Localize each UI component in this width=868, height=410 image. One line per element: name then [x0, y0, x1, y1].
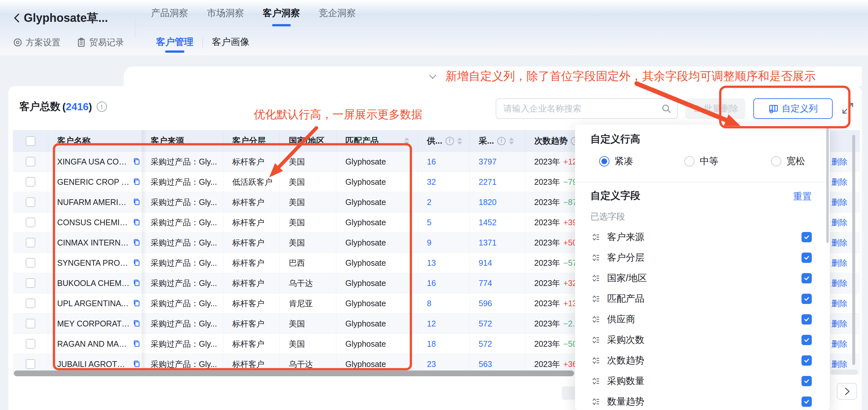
suppliers-count-link[interactable]: 18	[418, 334, 470, 354]
drag-handle-icon[interactable]	[590, 232, 600, 242]
tab-customer-profile[interactable]: 客户画像	[212, 31, 249, 53]
row-checkbox[interactable]	[26, 177, 35, 187]
copy-icon[interactable]	[132, 218, 141, 227]
reset-link[interactable]: 重置	[793, 190, 812, 203]
field-checkbox[interactable]	[802, 232, 812, 242]
row-checkbox[interactable]	[26, 217, 35, 227]
purchases-count-link[interactable]: 774	[470, 273, 525, 293]
field-checkbox[interactable]	[802, 273, 812, 284]
fullscreen-icon[interactable]	[840, 101, 855, 116]
delete-link[interactable]: 删除	[831, 278, 847, 289]
tab-market-insight[interactable]: 市场洞察	[206, 0, 245, 26]
drag-handle-icon[interactable]	[590, 273, 600, 283]
purchases-count-link[interactable]: 1452	[470, 212, 525, 232]
copy-icon[interactable]	[132, 258, 141, 267]
back-icon[interactable]	[12, 12, 22, 24]
copy-icon[interactable]	[132, 177, 141, 186]
customer-name[interactable]: GENERIC CROP SCI	[57, 177, 130, 187]
row-checkbox[interactable]	[26, 278, 35, 288]
customer-name[interactable]: JUBAILI AGROTEC LI	[57, 359, 130, 369]
panel-scrollbar[interactable]	[826, 127, 829, 243]
suppliers-count-link[interactable]: 12	[418, 314, 470, 333]
purchases-count-link[interactable]: 1820	[470, 192, 525, 212]
radio-loose[interactable]: 宽松	[771, 155, 805, 168]
batch-delete-button[interactable]: 批量删除	[685, 98, 745, 119]
copy-icon[interactable]	[132, 279, 141, 288]
tab-competitor-insight[interactable]: 竞企洞察	[317, 0, 357, 26]
suppliers-count-link[interactable]: 9	[418, 233, 470, 253]
delete-link[interactable]: 删除	[831, 237, 847, 248]
customer-name[interactable]: RAGAN AND MASSE	[57, 339, 130, 349]
purchases-count-link[interactable]: 596	[470, 293, 525, 313]
row-checkbox[interactable]	[26, 197, 35, 207]
delete-link[interactable]: 删除	[831, 339, 847, 349]
delete-link[interactable]: 删除	[831, 197, 847, 208]
delete-link[interactable]: 删除	[831, 318, 847, 329]
collapse-chevron-icon[interactable]	[428, 73, 437, 81]
delete-link[interactable]: 删除	[831, 217, 847, 228]
drag-handle-icon[interactable]	[590, 376, 600, 386]
tab-customer-insight[interactable]: 客户洞察	[261, 0, 301, 26]
field-checkbox[interactable]	[802, 397, 812, 407]
delete-link[interactable]: 删除	[831, 359, 847, 370]
purchases-count-link[interactable]: 1371	[470, 233, 525, 253]
row-checkbox[interactable]	[26, 258, 35, 268]
row-checkbox[interactable]	[26, 157, 35, 167]
trade-records-button[interactable]: 贸易记录	[76, 37, 124, 48]
row-checkbox[interactable]	[26, 298, 35, 308]
customer-name[interactable]: UPL ARGENTINA S.	[57, 299, 130, 308]
drag-handle-icon[interactable]	[590, 315, 600, 324]
delete-link[interactable]: 删除	[831, 156, 847, 167]
suppliers-count-link[interactable]: 2	[418, 192, 470, 212]
suppliers-count-link[interactable]: 16	[418, 152, 470, 172]
row-checkbox[interactable]	[26, 339, 35, 349]
sort-carets-icon[interactable]	[509, 138, 514, 145]
suppliers-count-link[interactable]: 13	[418, 253, 470, 273]
customer-name[interactable]: BUKOOLA CHEMICA	[57, 279, 130, 288]
customer-name[interactable]: XINGFA USA CORPO	[57, 157, 130, 167]
copy-icon[interactable]	[132, 339, 141, 348]
row-checkbox[interactable]	[26, 319, 35, 328]
vertical-scrollbar[interactable]	[852, 135, 855, 365]
delete-link[interactable]: 删除	[831, 177, 847, 187]
suppliers-count-link[interactable]: 16	[418, 273, 470, 293]
customer-name[interactable]: CINMAX INTERNATIO	[57, 238, 130, 247]
field-checkbox[interactable]	[802, 314, 812, 325]
info-icon[interactable]: !	[97, 101, 107, 112]
drag-handle-icon[interactable]	[590, 356, 600, 365]
copy-icon[interactable]	[132, 299, 141, 308]
header-checkbox[interactable]	[26, 136, 35, 146]
field-checkbox[interactable]	[802, 355, 812, 365]
drag-handle-icon[interactable]	[590, 335, 600, 345]
purchases-count-link[interactable]: 572	[470, 314, 525, 333]
horizontal-scrollbar[interactable]	[14, 371, 574, 376]
customer-name[interactable]: CONSUS CHEMICAL	[57, 218, 130, 227]
delete-link[interactable]: 删除	[831, 298, 847, 309]
row-checkbox[interactable]	[26, 359, 35, 369]
customer-name[interactable]: SYNGENTA PROTEC	[57, 258, 130, 268]
delete-link[interactable]: 删除	[831, 258, 847, 268]
suppliers-count-link[interactable]: 32	[418, 172, 470, 192]
suppliers-count-link[interactable]: 8	[418, 293, 470, 313]
customer-name[interactable]: NUFARM AMERICAS,	[57, 198, 130, 207]
tab-customer-management[interactable]: 客户管理	[156, 31, 193, 53]
next-page-button[interactable]	[837, 383, 857, 400]
purchases-count-link[interactable]: 2271	[470, 172, 525, 192]
drag-handle-icon[interactable]	[590, 397, 600, 407]
custom-columns-button[interactable]: 自定义列	[753, 98, 833, 119]
sort-carets-icon[interactable]	[457, 138, 462, 145]
suppliers-count-link[interactable]: 5	[418, 212, 470, 232]
copy-icon[interactable]	[132, 359, 141, 369]
row-checkbox[interactable]	[26, 238, 35, 247]
field-checkbox[interactable]	[802, 335, 812, 345]
purchases-count-link[interactable]: 572	[470, 334, 525, 354]
search-input[interactable]	[496, 104, 661, 114]
field-checkbox[interactable]	[802, 294, 812, 304]
sort-carets-icon[interactable]	[404, 138, 409, 145]
scheme-settings-button[interactable]: 方案设置	[13, 37, 60, 48]
copy-icon[interactable]	[132, 157, 141, 166]
info-icon[interactable]: !	[497, 137, 506, 145]
search-icon[interactable]	[661, 104, 672, 114]
field-checkbox[interactable]	[802, 376, 812, 386]
info-icon[interactable]: !	[445, 137, 454, 145]
